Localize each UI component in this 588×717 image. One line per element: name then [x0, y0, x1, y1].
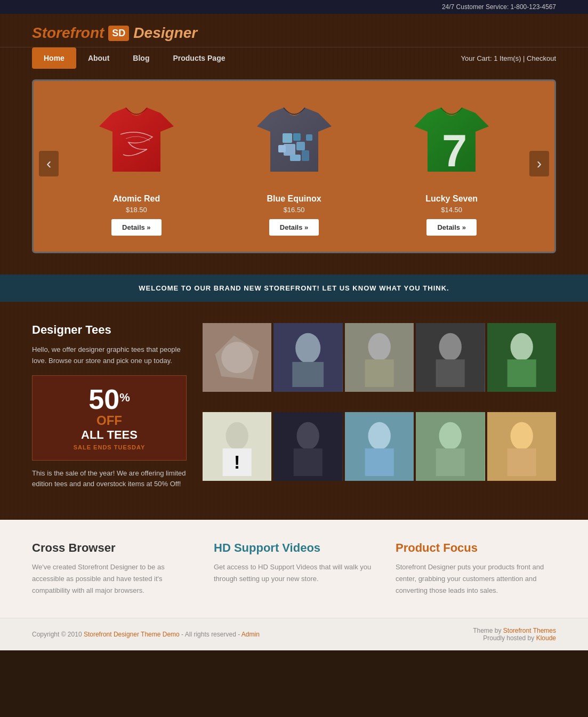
logo-designer: Designer [133, 25, 197, 42]
svg-point-31 [368, 422, 390, 449]
product-price-1: $16.50 [223, 206, 365, 214]
photo-img-10[interactable] [487, 412, 556, 481]
svg-rect-3 [296, 142, 305, 150]
svg-rect-22 [507, 359, 536, 387]
photo-cell-10 [487, 412, 556, 481]
svg-rect-13 [293, 362, 324, 387]
footer-theme-link[interactable]: Storefront Themes [503, 627, 556, 634]
welcome-text: WELCOME TO OUR BRAND NEW STOREFRONT! LET… [139, 284, 449, 292]
nav-products-page[interactable]: Products Page [161, 47, 237, 69]
features-section: Cross Browser We've created Storefront D… [0, 520, 588, 618]
logo-badge: SD [108, 26, 129, 41]
details-button-2[interactable]: Details » [426, 219, 476, 236]
svg-point-10 [221, 342, 253, 373]
photo-cell-3 [345, 323, 414, 392]
main-content: Designer Tees Hello, we offer designer g… [0, 302, 588, 520]
carousel-prev-button[interactable]: ‹ [39, 151, 59, 176]
svg-rect-6 [290, 155, 301, 161]
top-bar: 24/7 Customer Service: 1-800-123-4567 [0, 0, 588, 14]
svg-point-24 [226, 422, 248, 449]
sale-extra-text: This is the sale of the year! We are off… [32, 468, 187, 490]
photo-cell-6: ! [203, 412, 271, 481]
product-name-2: Lucky Seven [381, 194, 522, 204]
nav-about[interactable]: About [76, 47, 121, 69]
sale-sup: % [119, 391, 130, 405]
designer-tees-title: Designer Tees [32, 323, 187, 337]
tshirt-image-red [88, 92, 184, 188]
footer-hosted-by: Proudly hosted by [483, 634, 536, 642]
footer-admin-link[interactable]: Admin [241, 631, 260, 638]
photo-cell-7 [273, 412, 342, 481]
svg-rect-1 [293, 133, 301, 141]
product-name-0: Atomic Red [66, 194, 207, 204]
product-price-2: $14.50 [381, 206, 522, 214]
footer-left: Copyright © 2010 Storefront Designer The… [32, 631, 260, 638]
header: Storefront SD Designer [0, 14, 588, 47]
designer-tees-desc: Hello, we offer designer graphic tees th… [32, 344, 187, 367]
photo-img-2[interactable] [273, 323, 342, 392]
svg-point-28 [297, 422, 319, 449]
details-button-1[interactable]: Details » [269, 219, 319, 236]
feature-title-0: Cross Browser [32, 541, 192, 555]
feature-col-0: Cross Browser We've created Storefront D… [32, 541, 192, 597]
feature-col-2: Product Focus Storefront Designer puts y… [396, 541, 556, 597]
photo-img-5[interactable] [487, 323, 556, 392]
sale-all-tees: ALL TEES [41, 428, 178, 442]
photo-cell-2 [273, 323, 342, 392]
cart-link[interactable]: Your Cart: 1 Item(s) | Checkout [461, 54, 556, 62]
photo-cell-5 [487, 323, 556, 392]
footer-copyright: Copyright © 2010 [32, 631, 82, 638]
photo-grid: ! [203, 323, 556, 498]
photo-cell-8 [345, 412, 414, 481]
cart-info: Your Cart: 1 Item(s) | Checkout [461, 54, 556, 62]
welcome-banner: WELCOME TO OUR BRAND NEW STOREFRONT! LET… [0, 275, 588, 302]
svg-point-37 [510, 422, 533, 449]
photo-img-4[interactable] [416, 323, 485, 392]
svg-rect-0 [283, 133, 292, 143]
feature-col-1: HD Support Videos Get access to HD Suppo… [214, 541, 374, 597]
sale-percent: 50 [88, 384, 119, 415]
carousel-section: ‹ [0, 69, 588, 275]
svg-rect-35 [436, 448, 465, 476]
photo-img-3[interactable] [345, 323, 414, 392]
svg-point-21 [510, 333, 533, 361]
designer-tees-col: Designer Tees Hello, we offer designer g… [32, 323, 187, 498]
feature-title-1: HD Support Videos [214, 541, 374, 555]
footer-site-link[interactable]: Storefront Designer Theme Demo [84, 631, 180, 638]
feature-text-0: We've created Storefront Designer to be … [32, 561, 192, 597]
photo-img-7[interactable] [273, 412, 342, 481]
sale-off: OFF [41, 413, 178, 428]
feature-text-1: Get access to HD Support Videos that wil… [214, 561, 374, 585]
photo-cell-4 [416, 323, 485, 392]
svg-point-12 [296, 333, 321, 363]
svg-rect-29 [294, 448, 323, 476]
svg-rect-19 [436, 359, 465, 387]
svg-text:!: ! [234, 451, 240, 472]
product-price-0: $18.50 [66, 206, 207, 214]
nav-links: Home About Blog Products Page [32, 47, 237, 69]
svg-rect-38 [507, 448, 536, 476]
photo-cell-9 [416, 412, 485, 481]
sale-ends: SALE ENDS TUESDAY [41, 444, 178, 450]
carousel-item-1: Blue Equinox $16.50 Details » [223, 92, 365, 236]
photo-img-6[interactable]: ! [203, 412, 271, 481]
logo-area: Storefront SD Designer [32, 25, 556, 42]
footer-theme-by: Theme by [473, 627, 503, 634]
svg-text:7: 7 [442, 125, 467, 176]
sale-box: 50% OFF ALL TEES SALE ENDS TUESDAY [32, 375, 187, 461]
svg-rect-4 [306, 134, 312, 141]
footer-right: Theme by Storefront Themes Proudly hoste… [473, 627, 556, 642]
svg-point-18 [439, 333, 462, 361]
nav-blog[interactable]: Blog [121, 47, 161, 69]
carousel-next-button[interactable]: › [529, 151, 549, 176]
nav-home[interactable]: Home [32, 47, 76, 69]
photo-cell-1 [203, 323, 271, 392]
photo-img-9[interactable] [416, 412, 485, 481]
photo-img-8[interactable] [345, 412, 414, 481]
footer-host-link[interactable]: Kloude [536, 634, 556, 642]
logo-storefront: Storefront [32, 25, 104, 42]
photo-img-1[interactable] [203, 323, 271, 392]
details-button-0[interactable]: Details » [111, 219, 161, 236]
svg-point-34 [439, 422, 462, 449]
footer-rights: - All rights reserved - [181, 631, 241, 638]
